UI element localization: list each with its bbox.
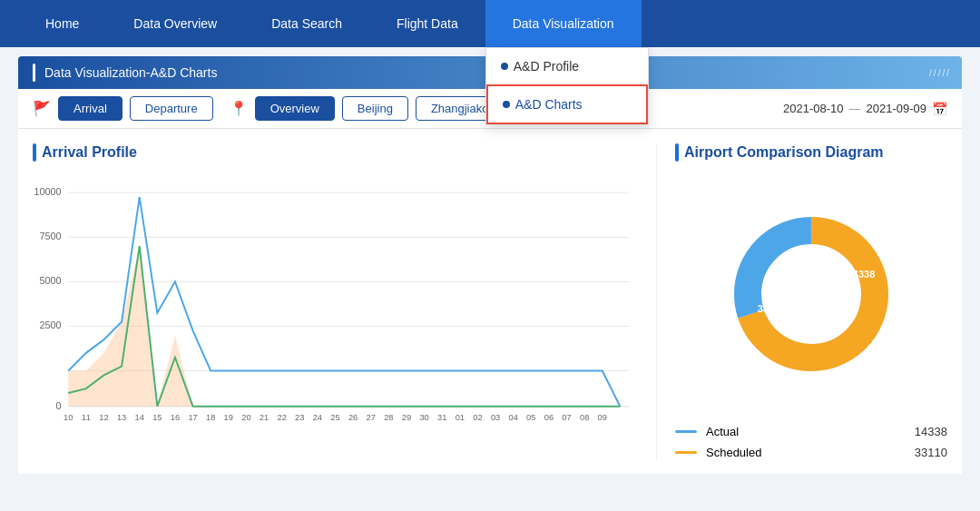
svg-text:5000: 5000 [39, 275, 61, 286]
right-chart: Airport Comparison Diagram [657, 143, 947, 459]
svg-text:10000: 10000 [34, 186, 61, 197]
beijing-tab[interactable]: Beijing [342, 96, 408, 121]
svg-text:01: 01 [456, 413, 465, 422]
charts-area: Arrival Profile 10000 7500 5000 2500 0 [18, 129, 962, 474]
legend-line-scheduled [675, 451, 697, 454]
legend-label-actual: Actual [706, 425, 739, 438]
dropdown-menu: A&D Profile A&D Charts [485, 47, 649, 125]
svg-text:0: 0 [55, 400, 61, 411]
legend-scheduled: Scheduled 33110 [675, 446, 947, 459]
nav-data-overview[interactable]: Data Overview [106, 0, 244, 47]
svg-text:30: 30 [419, 413, 428, 422]
nav-home[interactable]: Home [18, 0, 106, 47]
date-separator: — [849, 102, 861, 115]
location-icon: 📍 [230, 100, 248, 117]
svg-text:20: 20 [241, 413, 250, 422]
legend-area: Actual 14338 Scheduled 33110 [675, 416, 947, 459]
svg-text:02: 02 [473, 413, 482, 422]
svg-text:23: 23 [295, 413, 304, 422]
line-chart-container: 10000 7500 5000 2500 0 10 11 12 13 [33, 172, 638, 427]
top-nav: Home Data Overview Data Search Flight Da… [0, 0, 980, 47]
left-chart: Arrival Profile 10000 7500 5000 2500 0 [33, 143, 657, 459]
legend-label-scheduled: Scheduled [706, 446, 761, 459]
svg-text:14338: 14338 [848, 269, 876, 280]
donut-chart-svg: 33110 14338 [702, 203, 920, 385]
svg-text:25: 25 [330, 413, 339, 422]
title-bar-right [675, 143, 679, 162]
calendar-icon[interactable]: 📅 [932, 102, 947, 116]
breadcrumb-dots: ///// [929, 68, 951, 78]
svg-text:31: 31 [437, 413, 446, 422]
svg-text:2500: 2500 [39, 319, 61, 330]
legend-line-actual [675, 430, 697, 433]
date-to: 2021-09-09 [867, 102, 927, 115]
nav-data-visualization[interactable]: Data Visualization [485, 0, 642, 47]
legend-value-scheduled: 33110 [915, 446, 947, 459]
line-chart-svg: 10000 7500 5000 2500 0 10 11 12 13 [33, 172, 638, 427]
legend-value-actual: 14338 [915, 425, 947, 438]
nav-data-visualization-container: Data Visualization A&D Profile A&D Chart… [485, 0, 642, 47]
legend-actual: Actual 14338 [675, 425, 947, 438]
dropdown-ad-charts[interactable]: A&D Charts [486, 84, 648, 124]
svg-text:7500: 7500 [39, 231, 61, 241]
airport-comparison-title: Airport Comparison Diagram [675, 143, 947, 162]
departure-tab[interactable]: Departure [130, 96, 213, 121]
svg-text:04: 04 [509, 413, 518, 422]
ad-charts-dot [503, 101, 510, 108]
svg-text:22: 22 [277, 413, 286, 422]
svg-text:14: 14 [135, 413, 144, 422]
svg-text:09: 09 [598, 413, 607, 422]
svg-text:27: 27 [367, 413, 376, 422]
date-from: 2021-08-10 [783, 102, 844, 115]
svg-text:18: 18 [206, 413, 215, 422]
svg-text:08: 08 [580, 413, 589, 422]
svg-text:10: 10 [64, 413, 73, 422]
dropdown-ad-profile[interactable]: A&D Profile [486, 48, 648, 84]
svg-text:06: 06 [544, 413, 554, 422]
arrival-tab[interactable]: Arrival [58, 96, 122, 121]
svg-text:21: 21 [260, 413, 269, 422]
svg-text:26: 26 [348, 413, 358, 422]
arrival-profile-title: Arrival Profile [33, 143, 638, 162]
svg-text:24: 24 [313, 413, 322, 422]
svg-text:07: 07 [562, 413, 571, 422]
svg-text:13: 13 [117, 413, 126, 422]
nav-data-search[interactable]: Data Search [244, 0, 369, 47]
svg-text:29: 29 [402, 413, 411, 422]
svg-text:03: 03 [491, 413, 500, 422]
flag-icon: 🚩 [33, 100, 51, 117]
donut-container: 33110 14338 [675, 172, 947, 416]
svg-text:11: 11 [82, 413, 91, 422]
nav-flight-data[interactable]: Flight Data [369, 0, 485, 47]
title-bar-left [33, 143, 36, 162]
date-range: 2021-08-10 — 2021-09-09 📅 [783, 102, 947, 116]
svg-text:19: 19 [224, 413, 233, 422]
overview-tab[interactable]: Overview [255, 96, 335, 121]
svg-text:28: 28 [384, 413, 393, 422]
svg-text:15: 15 [152, 413, 162, 422]
svg-text:05: 05 [526, 413, 535, 422]
svg-text:33110: 33110 [758, 303, 786, 314]
svg-text:17: 17 [188, 413, 197, 422]
svg-text:12: 12 [99, 413, 108, 422]
breadcrumb-text: Data Visualization-A&D Charts [44, 65, 217, 80]
ad-profile-dot [501, 63, 508, 70]
svg-text:16: 16 [171, 413, 180, 422]
